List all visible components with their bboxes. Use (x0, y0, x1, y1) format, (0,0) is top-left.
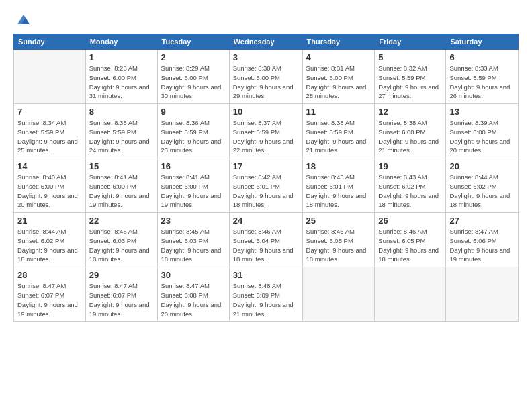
weekday-header-wednesday: Wednesday (229, 34, 302, 50)
day-number: 20 (449, 161, 515, 171)
day-info: Sunrise: 8:47 AMSunset: 6:06 PMDaylight:… (449, 227, 515, 264)
day-info: Sunrise: 8:37 AMSunset: 5:59 PMDaylight:… (233, 118, 299, 155)
day-info: Sunrise: 8:46 AMSunset: 6:05 PMDaylight:… (378, 227, 442, 264)
day-info: Sunrise: 8:44 AMSunset: 6:02 PMDaylight:… (17, 227, 82, 264)
calendar-cell: 16Sunrise: 8:41 AMSunset: 6:00 PMDayligh… (157, 158, 229, 213)
day-number: 27 (449, 216, 515, 226)
day-info: Sunrise: 8:44 AMSunset: 6:02 PMDaylight:… (449, 173, 515, 210)
calendar-cell: 6Sunrise: 8:33 AMSunset: 5:59 PMDaylight… (446, 50, 519, 104)
calendar-cell: 21Sunrise: 8:44 AMSunset: 6:02 PMDayligh… (14, 213, 86, 267)
day-info: Sunrise: 8:30 AMSunset: 6:00 PMDaylight:… (233, 64, 299, 101)
day-number: 9 (161, 107, 226, 117)
calendar-cell: 28Sunrise: 8:47 AMSunset: 6:07 PMDayligh… (14, 267, 86, 322)
calendar-cell: 10Sunrise: 8:37 AMSunset: 5:59 PMDayligh… (229, 104, 302, 158)
day-info: Sunrise: 8:41 AMSunset: 6:00 PMDaylight:… (89, 173, 154, 210)
day-number: 11 (306, 107, 371, 117)
day-info: Sunrise: 8:39 AMSunset: 6:00 PMDaylight:… (449, 118, 515, 155)
calendar-cell: 1Sunrise: 8:28 AMSunset: 6:00 PMDaylight… (85, 50, 157, 104)
day-info: Sunrise: 8:47 AMSunset: 6:07 PMDaylight:… (17, 281, 82, 318)
calendar-cell (14, 50, 86, 104)
day-info: Sunrise: 8:34 AMSunset: 5:59 PMDaylight:… (17, 118, 82, 155)
day-number: 8 (89, 107, 154, 117)
week-row-4: 21Sunrise: 8:44 AMSunset: 6:02 PMDayligh… (14, 213, 519, 267)
week-row-3: 14Sunrise: 8:40 AMSunset: 6:00 PMDayligh… (14, 158, 519, 213)
weekday-header-monday: Monday (85, 34, 157, 50)
week-row-5: 28Sunrise: 8:47 AMSunset: 6:07 PMDayligh… (14, 267, 519, 322)
calendar-cell: 26Sunrise: 8:46 AMSunset: 6:05 PMDayligh… (375, 213, 446, 267)
day-info: Sunrise: 8:35 AMSunset: 5:59 PMDaylight:… (89, 118, 154, 155)
day-info: Sunrise: 8:32 AMSunset: 5:59 PMDaylight:… (378, 64, 442, 101)
day-info: Sunrise: 8:40 AMSunset: 6:00 PMDaylight:… (17, 173, 82, 210)
calendar-cell: 9Sunrise: 8:36 AMSunset: 5:59 PMDaylight… (157, 104, 229, 158)
calendar-cell: 2Sunrise: 8:29 AMSunset: 6:00 PMDaylight… (157, 50, 229, 104)
calendar-cell: 20Sunrise: 8:44 AMSunset: 6:02 PMDayligh… (446, 158, 519, 213)
day-number: 6 (449, 52, 515, 62)
day-info: Sunrise: 8:47 AMSunset: 6:08 PMDaylight:… (161, 281, 226, 318)
calendar-cell: 3Sunrise: 8:30 AMSunset: 6:00 PMDaylight… (229, 50, 302, 104)
day-info: Sunrise: 8:43 AMSunset: 6:02 PMDaylight:… (378, 173, 442, 210)
calendar-cell: 11Sunrise: 8:38 AMSunset: 5:59 PMDayligh… (302, 104, 375, 158)
day-info: Sunrise: 8:31 AMSunset: 6:00 PMDaylight:… (306, 64, 371, 101)
week-row-2: 7Sunrise: 8:34 AMSunset: 5:59 PMDaylight… (14, 104, 519, 158)
day-number: 2 (161, 52, 226, 62)
calendar-cell: 4Sunrise: 8:31 AMSunset: 6:00 PMDaylight… (302, 50, 375, 104)
calendar-cell: 8Sunrise: 8:35 AMSunset: 5:59 PMDaylight… (85, 104, 157, 158)
day-number: 28 (17, 270, 82, 280)
weekday-header-friday: Friday (375, 34, 446, 50)
calendar-cell: 15Sunrise: 8:41 AMSunset: 6:00 PMDayligh… (85, 158, 157, 213)
weekday-header-sunday: Sunday (14, 34, 86, 50)
day-number: 16 (161, 161, 226, 171)
day-info: Sunrise: 8:36 AMSunset: 5:59 PMDaylight:… (161, 118, 226, 155)
calendar-cell: 25Sunrise: 8:46 AMSunset: 6:05 PMDayligh… (302, 213, 375, 267)
calendar-cell: 18Sunrise: 8:43 AMSunset: 6:01 PMDayligh… (302, 158, 375, 213)
day-number: 31 (233, 270, 299, 280)
calendar-cell: 24Sunrise: 8:46 AMSunset: 6:04 PMDayligh… (229, 213, 302, 267)
day-number: 4 (306, 52, 371, 62)
day-number: 10 (233, 107, 299, 117)
day-number: 21 (17, 216, 82, 226)
day-info: Sunrise: 8:46 AMSunset: 6:05 PMDaylight:… (306, 227, 371, 264)
calendar-cell: 17Sunrise: 8:42 AMSunset: 6:01 PMDayligh… (229, 158, 302, 213)
day-number: 5 (378, 52, 442, 62)
day-number: 13 (449, 107, 515, 117)
calendar-table: SundayMondayTuesdayWednesdayThursdayFrid… (13, 34, 519, 322)
weekday-header-thursday: Thursday (302, 34, 375, 50)
calendar-cell: 12Sunrise: 8:38 AMSunset: 6:00 PMDayligh… (375, 104, 446, 158)
day-info: Sunrise: 8:29 AMSunset: 6:00 PMDaylight:… (161, 64, 226, 101)
day-info: Sunrise: 8:38 AMSunset: 5:59 PMDaylight:… (306, 118, 371, 155)
calendar-cell: 23Sunrise: 8:45 AMSunset: 6:03 PMDayligh… (157, 213, 229, 267)
day-number: 15 (89, 161, 154, 171)
day-number: 30 (161, 270, 226, 280)
calendar-cell: 22Sunrise: 8:45 AMSunset: 6:03 PMDayligh… (85, 213, 157, 267)
weekday-header-tuesday: Tuesday (157, 34, 229, 50)
day-info: Sunrise: 8:41 AMSunset: 6:00 PMDaylight:… (161, 173, 226, 210)
day-info: Sunrise: 8:33 AMSunset: 5:59 PMDaylight:… (449, 64, 515, 101)
day-number: 3 (233, 52, 299, 62)
day-number: 14 (17, 161, 82, 171)
calendar-cell: 7Sunrise: 8:34 AMSunset: 5:59 PMDaylight… (14, 104, 86, 158)
calendar-cell: 31Sunrise: 8:48 AMSunset: 6:09 PMDayligh… (229, 267, 302, 322)
logo (13, 12, 31, 27)
weekday-header-row: SundayMondayTuesdayWednesdayThursdayFrid… (14, 34, 519, 50)
day-info: Sunrise: 8:45 AMSunset: 6:03 PMDaylight:… (89, 227, 154, 264)
day-info: Sunrise: 8:42 AMSunset: 6:01 PMDaylight:… (233, 173, 299, 210)
day-info: Sunrise: 8:47 AMSunset: 6:07 PMDaylight:… (89, 281, 154, 318)
day-number: 29 (89, 270, 154, 280)
day-info: Sunrise: 8:28 AMSunset: 6:00 PMDaylight:… (89, 64, 154, 101)
calendar-cell (446, 267, 519, 322)
calendar-cell (375, 267, 446, 322)
day-number: 7 (17, 107, 82, 117)
day-info: Sunrise: 8:46 AMSunset: 6:04 PMDaylight:… (233, 227, 299, 264)
day-number: 22 (89, 216, 154, 226)
day-number: 18 (306, 161, 371, 171)
weekday-header-saturday: Saturday (446, 34, 519, 50)
day-info: Sunrise: 8:45 AMSunset: 6:03 PMDaylight:… (161, 227, 226, 264)
day-info: Sunrise: 8:43 AMSunset: 6:01 PMDaylight:… (306, 173, 371, 210)
calendar-cell: 5Sunrise: 8:32 AMSunset: 5:59 PMDaylight… (375, 50, 446, 104)
calendar-cell (302, 267, 375, 322)
calendar-cell: 19Sunrise: 8:43 AMSunset: 6:02 PMDayligh… (375, 158, 446, 213)
day-number: 19 (378, 161, 442, 171)
day-number: 17 (233, 161, 299, 171)
calendar-cell: 14Sunrise: 8:40 AMSunset: 6:00 PMDayligh… (14, 158, 86, 213)
calendar-cell: 30Sunrise: 8:47 AMSunset: 6:08 PMDayligh… (157, 267, 229, 322)
